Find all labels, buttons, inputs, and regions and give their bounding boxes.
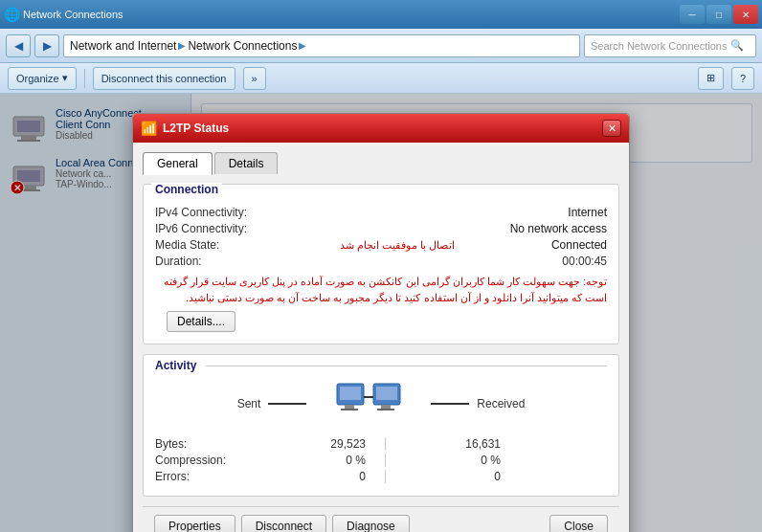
duration-value: 00:00:45 — [308, 255, 607, 268]
stats-row-bytes: Bytes: 29,523 16,631 — [155, 437, 607, 451]
dialog-close-button[interactable]: ✕ — [602, 120, 621, 137]
disconnect-connection-button[interactable]: Disconnect — [241, 515, 326, 532]
dialog-body: General Details Connection IPv4 Connecti… — [133, 143, 629, 532]
bytes-label: Bytes: — [155, 437, 270, 451]
disconnect-label: Disconnect this connection — [101, 73, 227, 84]
window-icon: 🌐 — [4, 7, 19, 22]
more-button[interactable]: » — [243, 67, 266, 90]
media-persian-text: اتصال با موفقیت انجام شد — [308, 239, 455, 252]
help-button[interactable]: ? — [731, 67, 754, 90]
received-flow-line — [431, 403, 469, 405]
svg-rect-21 — [376, 387, 397, 400]
media-value: Connected — [460, 238, 607, 252]
stats-row-errors: Errors: 0 0 — [155, 470, 607, 483]
connection-section-content: IPv4 Connectivity: Internet IPv6 Connect… — [144, 204, 618, 344]
compression-received: 0 % — [405, 454, 501, 467]
toolbar: Organize ▾ Disconnect this connection » … — [0, 63, 762, 94]
compression-label: Compression: — [155, 454, 270, 467]
search-box[interactable]: Search Network Connections 🔍 — [584, 34, 756, 57]
info-row-ipv4: IPv4 Connectivity: Internet — [155, 206, 607, 219]
dialog-overlay: 📶 L2TP Status ✕ General Details Connecti… — [0, 94, 762, 532]
svg-rect-19 — [341, 409, 358, 410]
errors-sent: 0 — [270, 470, 366, 483]
minimize-button[interactable]: ─ — [680, 5, 705, 24]
media-value-container: اتصال با موفقیت انجام شد Connected — [308, 238, 607, 252]
dialog-title-bar: 📶 L2TP Status ✕ — [133, 114, 629, 143]
svg-rect-18 — [345, 405, 354, 409]
received-label: Received — [477, 397, 525, 410]
activity-divider — [206, 366, 607, 366]
organize-button[interactable]: Organize ▾ — [8, 67, 77, 90]
stats-divider — [385, 437, 386, 451]
window-controls: ─ □ ✕ — [680, 5, 758, 24]
errors-received: 0 — [405, 470, 501, 483]
breadcrumb: Network and Internet ▶ Network Connectio… — [63, 34, 580, 57]
maximize-button[interactable]: □ — [706, 5, 731, 24]
received-indicator: Received — [431, 397, 525, 410]
dialog-icon: 📶 — [141, 121, 157, 136]
breadcrumb-separator-1: ▶ — [178, 40, 186, 51]
ipv4-value: Internet — [308, 206, 607, 219]
title-bar: 🌐 Network Connections ─ □ ✕ — [0, 0, 762, 29]
computers-icon — [335, 380, 402, 428]
search-icon: 🔍 — [730, 39, 744, 52]
activity-label: Activity — [155, 359, 196, 372]
sent-indicator: Sent — [237, 397, 307, 410]
chevron-down-icon: ▾ — [62, 72, 68, 84]
ipv4-label: IPv4 Connectivity: — [155, 206, 308, 219]
tab-general[interactable]: General — [143, 152, 213, 175]
window-title: Network Connections — [23, 9, 680, 20]
view-icon: ⊞ — [706, 72, 715, 84]
details-button[interactable]: Details.... — [167, 311, 235, 332]
duration-label: Duration: — [155, 255, 308, 268]
search-placeholder: Search Network Connections — [591, 40, 727, 52]
svg-rect-22 — [381, 405, 391, 409]
activity-center: Sent — [155, 380, 607, 428]
bytes-received: 16,631 — [405, 437, 501, 451]
main-content: Cisco AnyConnectClient Conn Disabled ✕ — [0, 94, 762, 532]
activity-header: Activity — [155, 355, 607, 372]
toolbar-separator — [84, 69, 85, 88]
stats-container: Bytes: 29,523 16,631 Compression: 0 % 0 … — [155, 437, 607, 483]
stats-divider-2 — [385, 454, 386, 467]
svg-rect-17 — [340, 387, 361, 400]
breadcrumb-separator-2: ▶ — [299, 40, 306, 51]
connection-section: Connection IPv4 Connectivity: Internet I… — [143, 184, 619, 344]
info-row-duration: Duration: 00:00:45 — [155, 255, 607, 268]
breadcrumb-network-internet[interactable]: Network and Internet — [70, 39, 176, 53]
sent-label: Sent — [237, 397, 261, 410]
forward-button[interactable]: ▶ — [34, 34, 59, 57]
tab-bar: General Details — [143, 152, 619, 174]
properties-button[interactable]: Properties — [154, 515, 235, 532]
footer-action-buttons: Properties Disconnect Diagnose — [154, 515, 410, 532]
svg-rect-23 — [377, 409, 394, 410]
media-label: Media State: — [155, 238, 308, 252]
activity-section: Activity Sent — [143, 354, 619, 497]
errors-label: Errors: — [155, 470, 270, 483]
tab-details[interactable]: Details — [214, 152, 279, 174]
view-button[interactable]: ⊞ — [698, 67, 724, 90]
stats-row-compression: Compression: 0 % 0 % — [155, 454, 607, 467]
breadcrumb-network-connections[interactable]: Network Connections — [188, 39, 297, 53]
ipv6-label: IPv6 Connectivity: — [155, 222, 308, 235]
connection-section-title: Connection — [151, 183, 222, 196]
diagnose-button[interactable]: Diagnose — [332, 515, 410, 532]
dialog-title-text: L2TP Status — [163, 122, 596, 135]
bytes-sent: 29,523 — [270, 437, 366, 451]
info-row-ipv6: IPv6 Connectivity: No network access — [155, 222, 607, 235]
close-window-button[interactable]: ✕ — [733, 5, 758, 24]
compression-sent: 0 % — [270, 454, 366, 467]
stats-divider-3 — [385, 470, 386, 483]
main-window: 🌐 Network Connections ─ □ ✕ ◀ ▶ Network … — [0, 0, 762, 532]
back-button[interactable]: ◀ — [6, 34, 31, 57]
sent-flow-line — [268, 403, 306, 405]
l2tp-status-dialog: 📶 L2TP Status ✕ General Details Connecti… — [132, 113, 630, 532]
close-dialog-button[interactable]: Close — [549, 515, 608, 532]
help-icon: ? — [740, 73, 746, 84]
organize-label: Organize — [16, 73, 59, 84]
persian-notice: توجه: جهت سهولت کار شما کاربران گرامی ای… — [155, 274, 607, 305]
ipv6-value: No network access — [308, 222, 607, 235]
dialog-footer: Properties Disconnect Diagnose Close — [143, 506, 619, 532]
address-bar: ◀ ▶ Network and Internet ▶ Network Conne… — [0, 29, 762, 63]
disconnect-button[interactable]: Disconnect this connection — [93, 67, 235, 90]
